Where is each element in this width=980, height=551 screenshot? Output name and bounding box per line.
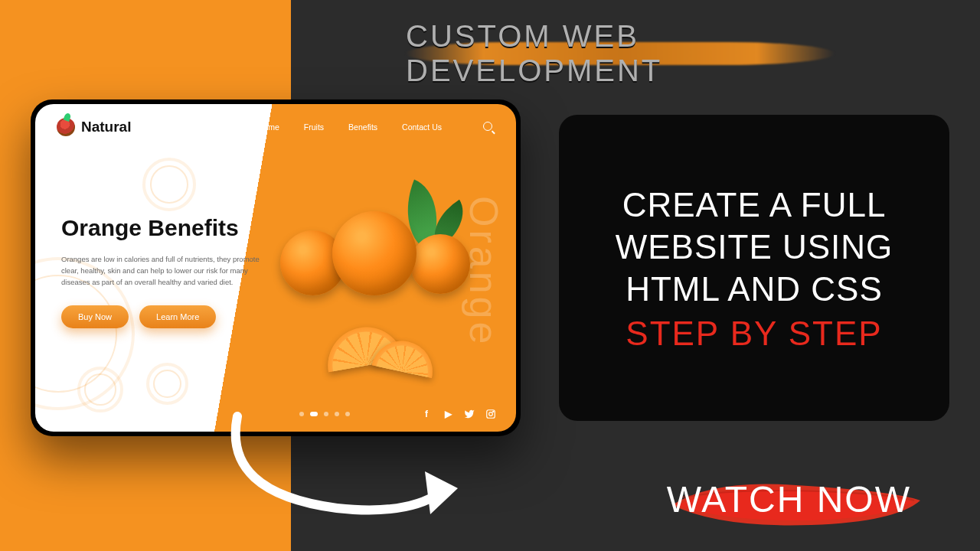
nav-fruits[interactable]: Fruits bbox=[304, 122, 324, 132]
orange-icon bbox=[332, 211, 416, 295]
hero-buttons: Buy Now Learn More bbox=[61, 305, 260, 328]
hero-oranges-image bbox=[271, 188, 470, 372]
card-line: WEBSITE USING bbox=[616, 226, 893, 268]
brand-name: Natural bbox=[81, 119, 131, 135]
nav-menu: Home Fruits Benefits Contact Us bbox=[258, 122, 495, 133]
brand-logo[interactable]: Natural bbox=[57, 118, 131, 136]
nav-home[interactable]: Home bbox=[258, 122, 279, 132]
site-screen: Natural Home Fruits Benefits Contact Us … bbox=[35, 104, 516, 432]
nav-contact[interactable]: Contact Us bbox=[402, 122, 442, 132]
headline-card: CREATE A FULL WEBSITE USING HTML AND CSS… bbox=[559, 115, 949, 421]
card-line: CREATE A FULL bbox=[622, 184, 887, 226]
watermark-icon bbox=[146, 363, 188, 405]
hero-title: Orange Benefits bbox=[61, 215, 260, 241]
hero-content: Orange Benefits Oranges are low in calor… bbox=[61, 215, 260, 328]
watch-now-cta[interactable]: WATCH NOW bbox=[667, 478, 911, 520]
card-line: HTML AND CSS bbox=[626, 268, 883, 310]
nav-benefits[interactable]: Benefits bbox=[348, 122, 377, 132]
svg-point-1 bbox=[489, 412, 493, 416]
search-icon[interactable] bbox=[483, 122, 495, 133]
arrow-icon bbox=[214, 409, 475, 523]
vertical-label: Orange bbox=[461, 196, 507, 347]
fruit-bowl-icon bbox=[57, 118, 75, 136]
buy-now-button[interactable]: Buy Now bbox=[61, 305, 129, 328]
card-line-accent: STEP BY STEP bbox=[626, 315, 882, 353]
learn-more-button[interactable]: Learn More bbox=[139, 305, 216, 328]
svg-point-2 bbox=[493, 411, 494, 412]
banner-text: CUSTOM WEB DEVELOPMENT bbox=[406, 19, 835, 88]
tablet-mockup: Natural Home Fruits Benefits Contact Us … bbox=[31, 99, 521, 436]
site-nav: Natural Home Fruits Benefits Contact Us bbox=[35, 118, 516, 136]
cta-text: WATCH NOW bbox=[667, 478, 911, 520]
watermark-icon bbox=[142, 158, 196, 211]
instagram-icon[interactable] bbox=[485, 409, 496, 419]
top-banner: CUSTOM WEB DEVELOPMENT bbox=[406, 23, 835, 84]
watermark-icon bbox=[77, 367, 123, 412]
hero-description: Oranges are low in calories and full of … bbox=[61, 253, 260, 289]
